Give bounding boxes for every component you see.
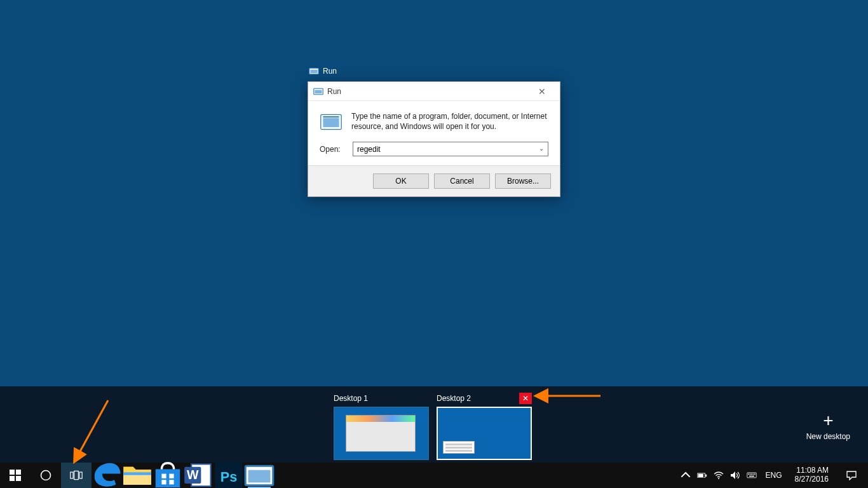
clock-button[interactable]: 11:08 AM 8/27/2016 bbox=[791, 465, 832, 485]
file-explorer-icon bbox=[122, 463, 153, 487]
svg-rect-6 bbox=[323, 116, 339, 118]
app-preview-thumbnail bbox=[346, 415, 416, 452]
wifi-tray-button[interactable] bbox=[714, 470, 724, 480]
svg-rect-39 bbox=[749, 476, 754, 477]
svg-rect-21 bbox=[169, 480, 173, 484]
virtual-desktop-2[interactable]: Desktop 2 ✕ bbox=[437, 393, 532, 460]
svg-rect-5 bbox=[323, 118, 339, 127]
run-dialog-titlebar[interactable]: Run ✕ bbox=[308, 82, 560, 101]
clock-time: 11:08 AM bbox=[795, 466, 829, 475]
svg-rect-19 bbox=[169, 474, 173, 478]
svg-rect-3 bbox=[315, 90, 322, 93]
language-indicator[interactable]: ENG bbox=[763, 471, 785, 480]
cortana-button[interactable] bbox=[31, 463, 61, 488]
svg-text:Ps: Ps bbox=[220, 469, 237, 485]
volume-icon bbox=[730, 471, 740, 480]
clock-date: 8/27/2016 bbox=[795, 475, 829, 484]
cortana-icon bbox=[39, 469, 52, 482]
run-taskbar-icon bbox=[244, 464, 275, 487]
open-label: Open: bbox=[320, 145, 344, 154]
svg-rect-16 bbox=[123, 473, 151, 475]
virtual-desktop-thumbnail[interactable] bbox=[437, 407, 532, 460]
action-center-button[interactable] bbox=[839, 470, 864, 480]
run-preview-thumbnail bbox=[443, 441, 475, 454]
svg-point-11 bbox=[41, 471, 51, 480]
svg-rect-34 bbox=[748, 474, 749, 475]
cancel-button[interactable]: Cancel bbox=[434, 173, 490, 189]
file-explorer-taskbar-button[interactable] bbox=[122, 463, 153, 488]
run-window-preview-title: Run bbox=[323, 67, 337, 76]
task-view-bar: Desktop 1 Desktop 2 ✕ + New desktop bbox=[0, 386, 868, 463]
new-desktop-button[interactable]: + New desktop bbox=[806, 412, 850, 441]
close-button[interactable]: ✕ bbox=[529, 83, 555, 100]
action-center-icon bbox=[846, 470, 857, 480]
edge-icon bbox=[92, 460, 122, 488]
chevron-up-icon bbox=[681, 470, 691, 480]
battery-icon bbox=[697, 473, 707, 478]
run-dialog-title: Run bbox=[327, 87, 529, 96]
svg-rect-10 bbox=[16, 476, 21, 481]
ok-button[interactable]: OK bbox=[373, 173, 429, 189]
start-icon bbox=[9, 469, 22, 482]
svg-rect-17 bbox=[156, 469, 180, 487]
plus-icon: + bbox=[806, 412, 850, 430]
svg-rect-38 bbox=[754, 474, 756, 475]
photoshop-icon: Ps bbox=[214, 460, 244, 488]
battery-tray-button[interactable] bbox=[697, 470, 707, 480]
svg-rect-14 bbox=[79, 472, 82, 478]
svg-rect-37 bbox=[752, 474, 754, 475]
word-taskbar-button[interactable]: W bbox=[183, 463, 214, 488]
desktop-task-view-area: Run Run ✕ Type the name of a program, fo… bbox=[0, 0, 868, 386]
keyboard-icon bbox=[747, 472, 757, 478]
taskbar: W Ps bbox=[0, 463, 868, 488]
run-dialog: Run ✕ Type the name of a program, folder… bbox=[308, 81, 560, 197]
virtual-desktop-label: Desktop 1 bbox=[334, 394, 429, 403]
run-window-preview-label: Run bbox=[309, 67, 337, 76]
chevron-down-icon: ⌄ bbox=[539, 145, 544, 152]
close-desktop-button[interactable]: ✕ bbox=[519, 393, 532, 404]
new-desktop-label: New desktop bbox=[806, 432, 850, 441]
system-tray bbox=[681, 470, 757, 480]
svg-rect-33 bbox=[747, 473, 756, 478]
task-view-button[interactable] bbox=[61, 463, 92, 488]
svg-point-32 bbox=[718, 478, 719, 479]
virtual-desktop-thumbnail[interactable] bbox=[334, 407, 429, 460]
run-icon bbox=[313, 87, 323, 96]
svg-rect-36 bbox=[751, 474, 752, 475]
svg-text:W: W bbox=[187, 468, 199, 482]
svg-rect-35 bbox=[749, 474, 750, 475]
word-icon: W bbox=[183, 461, 214, 488]
virtual-desktop-1[interactable]: Desktop 1 bbox=[334, 393, 429, 460]
start-button[interactable] bbox=[0, 463, 31, 488]
svg-rect-9 bbox=[10, 476, 15, 481]
store-icon bbox=[153, 460, 183, 488]
open-combobox-value: regedit bbox=[357, 145, 381, 154]
wifi-icon bbox=[714, 471, 724, 479]
photoshop-taskbar-button[interactable]: Ps bbox=[214, 463, 244, 488]
volume-tray-button[interactable] bbox=[730, 470, 740, 480]
svg-rect-13 bbox=[74, 471, 79, 479]
svg-rect-7 bbox=[10, 470, 15, 475]
svg-rect-1 bbox=[310, 70, 317, 74]
run-icon bbox=[320, 112, 342, 132]
run-taskbar-button[interactable] bbox=[244, 463, 275, 488]
svg-rect-31 bbox=[698, 473, 703, 477]
edge-taskbar-button[interactable] bbox=[92, 463, 122, 488]
task-view-icon bbox=[70, 469, 83, 482]
svg-rect-20 bbox=[161, 480, 166, 484]
svg-rect-30 bbox=[705, 474, 707, 477]
open-combobox[interactable]: regedit ⌄ bbox=[353, 142, 548, 156]
svg-rect-8 bbox=[16, 470, 21, 475]
run-icon bbox=[309, 67, 319, 75]
run-dialog-description: Type the name of a program, folder, docu… bbox=[351, 111, 548, 132]
svg-rect-18 bbox=[161, 474, 166, 478]
store-taskbar-button[interactable] bbox=[153, 463, 183, 488]
svg-rect-12 bbox=[71, 472, 73, 478]
virtual-desktop-label: Desktop 2 bbox=[437, 394, 519, 403]
run-dialog-button-row: OK Cancel Browse... bbox=[308, 165, 560, 196]
tray-overflow-button[interactable] bbox=[681, 470, 691, 480]
browse-button[interactable]: Browse... bbox=[495, 173, 551, 189]
svg-rect-28 bbox=[248, 470, 271, 482]
keyboard-tray-button[interactable] bbox=[747, 470, 757, 480]
